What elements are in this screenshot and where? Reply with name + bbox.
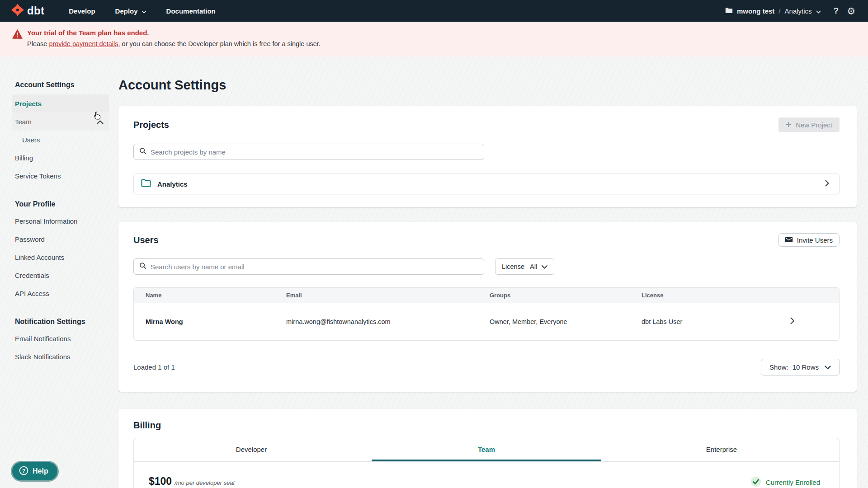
tab-enterprise[interactable]: Enterprise xyxy=(604,438,839,461)
billing-heading: Billing xyxy=(133,420,840,431)
tab-team[interactable]: Team xyxy=(369,438,604,461)
sidebar-item-service-tokens-label: Service Tokens xyxy=(15,172,61,180)
user-license-cell: dbt Labs User xyxy=(642,303,839,340)
chevron-down-icon xyxy=(142,7,146,15)
sidebar-item-email-notifications[interactable]: Email Notifications xyxy=(12,329,109,347)
sidebar-item-team-label: Team xyxy=(15,118,32,126)
nav-item-documentation[interactable]: Documentation xyxy=(166,7,216,15)
sidebar-item-service-tokens[interactable]: Service Tokens xyxy=(12,167,109,185)
users-search-input[interactable] xyxy=(151,263,478,271)
warning-triangle-icon xyxy=(12,29,23,47)
chevron-right-icon[interactable] xyxy=(790,317,795,326)
invite-users-button[interactable]: Invite Users xyxy=(778,233,840,247)
nav-item-develop[interactable]: Develop xyxy=(69,7,95,15)
users-heading: Users xyxy=(133,235,159,245)
dbt-logo-text: dbt xyxy=(27,5,44,17)
sidebar-section-your-profile: Your Profile Personal Information Passwo… xyxy=(12,198,109,302)
billing-card: Billing Developer Team Enterprise $100 /… xyxy=(118,409,857,488)
sidebar-item-credentials-label: Credentials xyxy=(15,272,49,279)
license-filter-value: All xyxy=(530,263,537,270)
envelope-icon xyxy=(785,236,793,244)
license-filter-label: License xyxy=(502,263,524,270)
nav-item-develop-label: Develop xyxy=(69,7,95,15)
users-card: Users Invite Users License All xyxy=(118,222,857,392)
plan-price-suffix: /mo per developer seat xyxy=(175,479,235,486)
sidebar-item-slack-notifications-label: Slack Notifications xyxy=(15,353,71,361)
help-question-icon[interactable]: ? xyxy=(834,6,839,16)
nav-item-deploy-label: Deploy xyxy=(115,7,138,15)
provide-payment-details-link[interactable]: provide payment details xyxy=(49,40,118,47)
projects-search-box xyxy=(133,144,484,160)
rows-per-page-label: Show: xyxy=(769,363,788,371)
nav-item-documentation-label: Documentation xyxy=(166,7,216,15)
new-project-button[interactable]: New Project xyxy=(778,117,840,132)
tab-developer[interactable]: Developer xyxy=(134,438,369,461)
project-row-analytics[interactable]: Analytics xyxy=(133,174,840,194)
sidebar-item-api-access[interactable]: API Access xyxy=(12,284,109,302)
chevron-down-icon xyxy=(542,263,547,270)
invite-users-button-label: Invite Users xyxy=(797,236,833,244)
sidebar-item-users[interactable]: Users xyxy=(12,131,109,149)
user-name-cell: Mirna Wong xyxy=(134,303,286,340)
users-search-box xyxy=(133,258,484,275)
sidebar-item-billing[interactable]: Billing xyxy=(12,149,109,167)
help-button[interactable]: ? Help xyxy=(11,461,59,482)
sidebar-section-notification-settings: Notification Settings Email Notification… xyxy=(12,316,109,366)
sidebar-heading-your-profile: Your Profile xyxy=(12,198,109,210)
sidebar-item-personal-information-label: Personal Information xyxy=(15,217,77,225)
rows-per-page-dropdown[interactable]: Show: 10 Rows xyxy=(761,359,840,375)
sidebar-item-email-notifications-label: Email Notifications xyxy=(15,335,71,343)
sidebar-item-personal-information[interactable]: Personal Information xyxy=(12,212,109,230)
projects-heading: Projects xyxy=(133,120,169,130)
question-circle-icon: ? xyxy=(19,466,28,477)
column-header-email: Email xyxy=(286,288,490,303)
user-table-row[interactable]: Mirna Wong mirna.wong@fishtownanalytics.… xyxy=(134,303,839,340)
billing-plan-tabs: Developer Team Enterprise xyxy=(134,438,839,462)
chevron-down-icon[interactable] xyxy=(816,7,821,15)
column-header-name: Name xyxy=(134,288,286,303)
check-circle-icon xyxy=(750,476,761,488)
help-button-label: Help xyxy=(33,467,48,475)
nav-item-deploy[interactable]: Deploy xyxy=(115,7,146,15)
plan-price: $100 xyxy=(149,475,172,488)
license-filter-dropdown[interactable]: License All xyxy=(495,258,554,275)
sidebar-item-password-label: Password xyxy=(15,235,45,243)
folder-icon xyxy=(141,179,151,189)
column-header-license: License xyxy=(642,288,839,303)
projects-card: Projects New Project xyxy=(118,106,857,207)
banner-message: Please provide payment details, or you c… xyxy=(27,40,321,47)
billing-plan-body: $100 /mo per developer seat Currently En… xyxy=(134,462,839,488)
sidebar-item-slack-notifications[interactable]: Slack Notifications xyxy=(12,347,109,366)
settings-gear-icon[interactable]: ⚙ xyxy=(847,6,855,16)
project-name-breadcrumb[interactable]: Analytics xyxy=(785,7,812,15)
rows-per-page-value: 10 Rows xyxy=(793,363,819,371)
chevron-right-icon xyxy=(825,180,829,188)
sidebar-item-projects-label: Projects xyxy=(15,100,42,108)
currently-enrolled-badge: Currently Enrolled xyxy=(750,476,820,488)
projects-search-input[interactable] xyxy=(151,148,478,156)
sidebar-item-team[interactable]: Team xyxy=(12,113,109,131)
main-content: Account Settings Projects New Project xyxy=(118,56,857,488)
sidebar-item-linked-accounts[interactable]: Linked Accounts xyxy=(12,248,109,266)
billing-plan-box: Developer Team Enterprise $100 /mo per d… xyxy=(133,438,840,488)
banner-message-prefix: Please xyxy=(27,40,49,47)
dbt-logo[interactable]: dbt xyxy=(11,3,44,19)
page-title: Account Settings xyxy=(118,78,857,93)
user-email-cell: mirna.wong@fishtownanalytics.com xyxy=(286,303,490,340)
sidebar-item-password[interactable]: Password xyxy=(12,230,109,248)
plus-icon xyxy=(786,121,792,129)
sidebar-item-users-label: Users xyxy=(22,136,40,144)
sidebar-item-projects[interactable]: Projects xyxy=(12,94,109,113)
account-name[interactable]: mwong test xyxy=(737,7,774,15)
column-header-groups: Groups xyxy=(490,288,642,303)
banner-message-suffix: , or you can choose the Developer plan w… xyxy=(118,40,321,47)
project-row-name: Analytics xyxy=(157,180,188,188)
banner-title: Your trial of the Team plan has ended. xyxy=(27,29,321,37)
top-nav: dbt Develop Deploy Documentation mwong t… xyxy=(0,0,868,22)
search-icon xyxy=(139,262,146,271)
users-table: Name Email Groups License Mirna Wong mir… xyxy=(133,287,840,341)
users-table-header-row: Name Email Groups License xyxy=(134,288,839,303)
dbt-logo-icon xyxy=(11,3,24,19)
sidebar-item-credentials[interactable]: Credentials xyxy=(12,266,109,284)
breadcrumb-separator: / xyxy=(778,7,780,15)
